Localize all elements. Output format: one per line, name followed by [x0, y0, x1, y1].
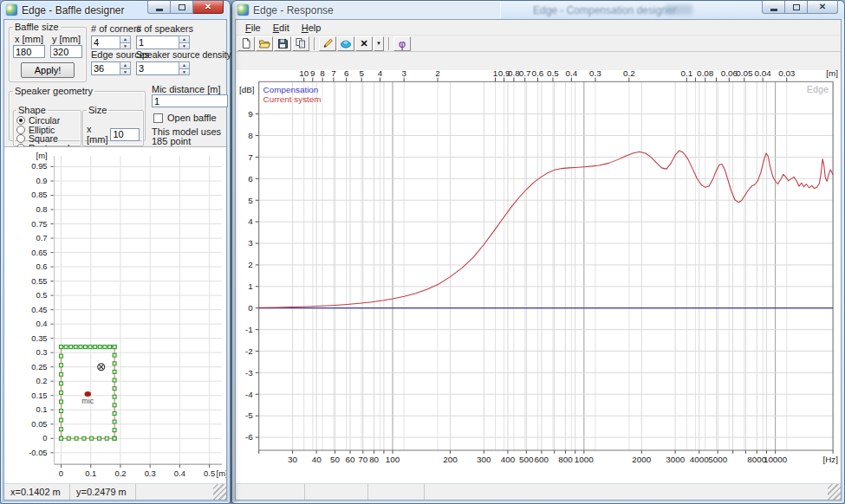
radio-icon[interactable] — [16, 116, 25, 125]
speakers-input[interactable] — [136, 36, 179, 49]
close-button[interactable]: ✕ — [193, 1, 224, 14]
svg-text:0.4: 0.4 — [174, 468, 185, 478]
save-floppy-icon — [276, 37, 289, 49]
baffle-designer-window: Edge - Baffle designer ✕ Baffle size x [… — [0, 0, 231, 504]
open-baffle-label: Open baffle — [167, 113, 217, 123]
hidden-buttons-smudge — [665, 4, 692, 15]
maximize-button[interactable] — [785, 1, 808, 14]
status-y-coordinate: y=0.2479 m — [70, 484, 136, 500]
svg-text:30: 30 — [288, 455, 298, 464]
minimize-button[interactable] — [147, 1, 171, 14]
delete-dropdown-button[interactable]: ▾ — [374, 36, 384, 51]
svg-text:0.8: 0.8 — [508, 70, 520, 78]
menu-help[interactable]: Help — [296, 22, 328, 34]
svg-text:0.4: 0.4 — [566, 70, 578, 78]
open-folder-icon — [258, 37, 270, 49]
speaker-size-input[interactable] — [110, 128, 140, 141]
spin-down-icon[interactable]: ▼ — [179, 42, 190, 50]
ghost-window-title: Edge - Compensation designer — [533, 4, 676, 16]
delete-button[interactable]: ✕ — [355, 36, 373, 51]
dropdown-arrow-icon: ▾ — [377, 40, 380, 47]
svg-text:-4: -4 — [245, 390, 253, 399]
radio-icon[interactable] — [16, 134, 25, 143]
svg-text:8: 8 — [320, 70, 324, 78]
edge-watermark: Edge — [807, 84, 829, 94]
spin-down-icon[interactable]: ▼ — [120, 68, 131, 76]
status-empty — [136, 484, 213, 500]
response-chart-area: 109876543210.90.80.70.60.50.40.30.20.10.… — [236, 70, 841, 483]
mic-distance-label: Mic distance [m] — [152, 84, 220, 94]
baffle-x-input[interactable] — [13, 45, 45, 58]
speaker-marker[interactable] — [98, 364, 105, 371]
new-button[interactable] — [237, 36, 255, 51]
baffle-plot[interactable]: [m]0.950.90.850.80.750.70.650.60.550.50.… — [4, 147, 226, 483]
status-panel — [236, 484, 305, 500]
svg-text:4000: 4000 — [690, 455, 710, 464]
svg-text:0.04: 0.04 — [755, 70, 772, 78]
baffle-controls: Baffle size x [mm] y [mm] Apply! # of co… — [4, 20, 226, 146]
svg-text:0.3: 0.3 — [36, 347, 48, 357]
svg-text:[m]: [m] — [217, 468, 226, 478]
svg-text:0.5: 0.5 — [547, 70, 559, 78]
response-titlebar[interactable]: Edge - Response Edge - Compensation desi… — [232, 1, 844, 19]
apply-button[interactable]: Apply! — [21, 62, 75, 78]
legend-current-system: Current system — [263, 94, 322, 104]
svg-text:0.5: 0.5 — [36, 290, 48, 300]
edge-sources-input[interactable] — [91, 61, 120, 75]
status-panel — [305, 484, 368, 500]
checkbox-icon[interactable] — [153, 113, 163, 123]
svg-text:0.7: 0.7 — [519, 70, 531, 78]
save-button[interactable] — [274, 36, 291, 51]
menu-file[interactable]: File — [239, 22, 267, 34]
compensation-designer-ghost-titlebar[interactable]: Edge - Compensation designer ✕ — [500, 1, 844, 19]
close-button[interactable]: ✕ — [808, 1, 838, 14]
maximize-icon — [793, 4, 800, 10]
svg-text:10000: 10000 — [764, 455, 788, 464]
speaker-geometry-legend: Speaker geometry — [13, 86, 94, 96]
svg-text:400: 400 — [501, 455, 516, 464]
spin-up-icon[interactable]: ▲ — [179, 61, 190, 68]
svg-text:0.03: 0.03 — [778, 70, 795, 78]
svg-text:-2: -2 — [245, 346, 253, 356]
svg-text:0.15: 0.15 — [31, 391, 47, 400]
minimize-icon — [770, 9, 777, 11]
spin-up-icon[interactable]: ▲ — [120, 61, 131, 68]
copy-icon — [295, 37, 307, 49]
phase-button[interactable]: φ — [393, 36, 411, 51]
open-baffle-option[interactable]: Open baffle — [153, 113, 217, 123]
density-input[interactable] — [136, 61, 179, 75]
mic-label: mic — [81, 397, 94, 405]
svg-text:3000: 3000 — [666, 455, 686, 464]
spin-down-icon[interactable]: ▼ — [179, 68, 190, 76]
svg-text:-0.05: -0.05 — [29, 448, 47, 457]
svg-text:0.2: 0.2 — [36, 376, 48, 385]
mic-distance-input[interactable] — [152, 94, 228, 107]
resize-grip[interactable] — [828, 484, 841, 500]
svg-text:5000: 5000 — [708, 455, 728, 464]
radio-icon[interactable] — [16, 126, 25, 134]
svg-text:0.06: 0.06 — [721, 70, 738, 78]
svg-text:4: 4 — [248, 217, 253, 227]
spin-down-icon[interactable]: ▼ — [120, 42, 131, 50]
open-button[interactable] — [256, 36, 273, 51]
corners-input[interactable] — [91, 36, 120, 49]
svg-text:10: 10 — [299, 70, 309, 78]
svg-text:5: 5 — [359, 70, 363, 78]
spin-up-icon[interactable]: ▲ — [179, 36, 190, 42]
size-group: Size x [mm] — [82, 105, 144, 146]
minimize-button[interactable] — [762, 1, 785, 14]
speaker-button[interactable] — [337, 36, 354, 51]
maximize-button[interactable] — [171, 1, 193, 14]
pen-button[interactable] — [319, 36, 336, 51]
svg-text:7: 7 — [248, 152, 252, 162]
response-statusbar — [236, 483, 841, 500]
baffle-designer-titlebar[interactable]: Edge - Baffle designer ✕ — [1, 1, 230, 19]
svg-text:0.05: 0.05 — [31, 419, 47, 429]
menu-edit[interactable]: Edit — [267, 22, 296, 34]
spin-up-icon[interactable]: ▲ — [120, 36, 131, 42]
baffle-y-input[interactable] — [50, 45, 82, 58]
window-title: Edge - Baffle designer — [22, 4, 125, 16]
resize-grip[interactable] — [213, 484, 226, 500]
svg-text:0.3: 0.3 — [589, 70, 601, 78]
copy-button[interactable] — [292, 36, 309, 51]
